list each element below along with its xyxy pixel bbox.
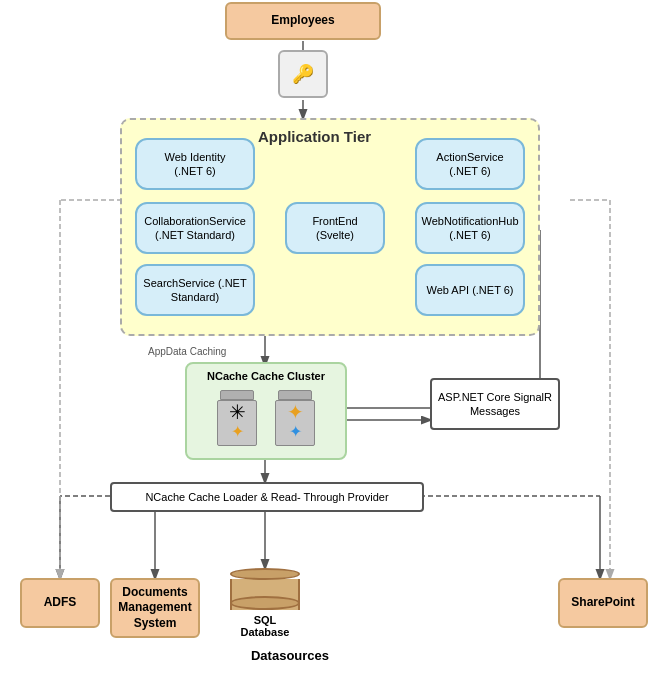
documents-box: DocumentsManagementSystem [110, 578, 200, 638]
ncache-label: NCache Cache Cluster [207, 370, 325, 382]
search-box: SearchService (.NETStandard) [135, 264, 255, 316]
webapi-box: Web API (.NET 6) [415, 264, 525, 316]
webnotification-box: WebNotificationHub(.NET 6) [415, 202, 525, 254]
action-box: ActionService(.NET 6) [415, 138, 525, 190]
datasources-label: Datasources [240, 648, 340, 663]
frontend-box: FrontEnd(Svelte) [285, 202, 385, 254]
employees-label: Employees [271, 13, 334, 29]
web-identity-label: Web Identity(.NET 6) [165, 150, 226, 179]
employees-box: Employees [225, 2, 381, 40]
action-label: ActionService(.NET 6) [436, 150, 503, 179]
documents-label: DocumentsManagementSystem [118, 585, 191, 632]
signalr-box: ASP.NET Core SignalR Messages [430, 378, 560, 430]
server-icon-2: ✦ ✦ [270, 390, 320, 446]
app-tier-label: Application Tier [258, 128, 371, 145]
sql-label: SQL Database [228, 614, 302, 638]
server-icon-1: ✳ ✦ [212, 390, 262, 446]
sharepoint-box: SharePoint [558, 578, 648, 628]
ncache-cluster-box: NCache Cache Cluster ✳ ✦ ✦ ✦ [185, 362, 347, 460]
ncache-provider-box: NCache Cache Loader & Read- Through Prov… [110, 482, 424, 512]
adfs-box: ADFS [20, 578, 100, 628]
diagram: Employees 🔑 Application Tier Web Identit… [0, 0, 666, 683]
search-label: SearchService (.NETStandard) [143, 276, 246, 305]
adfs-label: ADFS [44, 595, 77, 611]
web-identity-box: Web Identity(.NET 6) [135, 138, 255, 190]
collaboration-label: CollaborationService(.NET Standard) [144, 214, 246, 243]
auth-icon: 🔑 [278, 50, 328, 98]
frontend-label: FrontEnd(Svelte) [312, 214, 357, 243]
webnotification-label: WebNotificationHub(.NET 6) [421, 214, 518, 243]
appdata-label: AppData Caching [148, 346, 226, 357]
sharepoint-label: SharePoint [571, 595, 634, 611]
ncache-provider-label: NCache Cache Loader & Read- Through Prov… [145, 490, 388, 504]
sql-database-icon: SQL Database [228, 568, 302, 638]
webapi-label: Web API (.NET 6) [426, 283, 513, 297]
collaboration-box: CollaborationService(.NET Standard) [135, 202, 255, 254]
signalr-label: ASP.NET Core SignalR Messages [432, 390, 558, 419]
